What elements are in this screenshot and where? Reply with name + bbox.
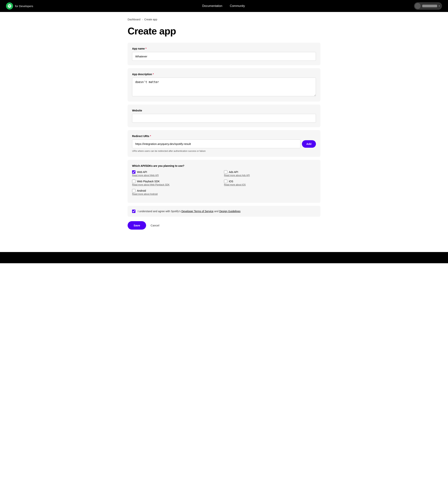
- android-link[interactable]: Read more about Android: [132, 193, 224, 195]
- required-star-desc: *: [153, 73, 154, 76]
- chevron-down-icon: ▾: [439, 5, 440, 7]
- spotify-logo-icon: [6, 2, 13, 10]
- website-section: Website: [128, 105, 320, 127]
- checkbox-ads-api[interactable]: [224, 170, 227, 174]
- redirect-uris-row: Add: [132, 140, 316, 148]
- breadcrumb-current: Create app: [144, 18, 157, 21]
- api-item-ios: iOS Read more about iOS: [224, 180, 316, 186]
- api-grid: Web API Read more about Web API Web Play…: [132, 170, 316, 198]
- logo-link[interactable]: for Developers: [6, 2, 33, 10]
- main-content: Dashboard › Create app Create app App na…: [123, 12, 325, 252]
- api-sdk-section: Which API/SDKs are you planning to use? …: [128, 160, 320, 203]
- checkbox-android[interactable]: [132, 189, 136, 192]
- api-question: Which API/SDKs are you planning to use?: [132, 164, 316, 167]
- logo-text: for Developers: [15, 5, 33, 8]
- redirect-uri-input[interactable]: [132, 140, 300, 148]
- api-item-web-api: Web API Read more about Web API: [132, 170, 224, 177]
- ads-api-link[interactable]: Read more about Ads API: [224, 174, 316, 177]
- breadcrumb: Dashboard › Create app: [128, 18, 320, 21]
- checkbox-ios[interactable]: [224, 180, 227, 183]
- api-left-col: Web API Read more about Web API Web Play…: [132, 170, 224, 198]
- nav-community[interactable]: Community: [230, 4, 245, 8]
- redirect-uris-helper: URIs where users can be redirected after…: [132, 150, 316, 152]
- agreement-section: I understand and agree with Spotify's De…: [128, 206, 320, 217]
- nav-links: Documentation Community: [41, 4, 407, 8]
- website-label: Website: [132, 109, 316, 112]
- web-playback-label: Web Playback SDK: [137, 180, 160, 183]
- redirect-uris-section: Redirect URIs * Add URIs where users can…: [128, 130, 320, 157]
- breadcrumb-dashboard[interactable]: Dashboard: [128, 18, 141, 21]
- tos-link[interactable]: Developer Terms of Service: [182, 210, 214, 213]
- username-placeholder: [422, 5, 437, 7]
- api-item-web-playback: Web Playback SDK Read more about Web Pla…: [132, 180, 224, 186]
- web-playback-link[interactable]: Read more about Web Playback SDK: [132, 183, 224, 186]
- design-guidelines-link[interactable]: Design Guidelines: [219, 210, 241, 213]
- app-description-input[interactable]: doesn't matter: [132, 78, 316, 96]
- android-label: Android: [137, 189, 146, 192]
- checkbox-web-playback[interactable]: [132, 180, 136, 183]
- ios-label: iOS: [229, 180, 233, 183]
- cancel-button[interactable]: Cancel: [151, 224, 159, 227]
- form-actions: Save Cancel: [128, 221, 320, 230]
- nav-documentation[interactable]: Documentation: [202, 4, 222, 8]
- checkbox-web-api[interactable]: [132, 170, 136, 174]
- app-description-label: App description *: [132, 73, 316, 76]
- required-star: *: [146, 47, 146, 50]
- web-api-link[interactable]: Read more about Web API: [132, 174, 224, 177]
- page-title: Create app: [128, 26, 320, 37]
- app-name-section: App name *: [128, 43, 320, 65]
- api-item-ads: Ads API Read more about Ads API: [224, 170, 316, 177]
- avatar: [415, 3, 421, 9]
- ads-api-label: Ads API: [229, 171, 238, 173]
- app-name-input[interactable]: [132, 52, 316, 61]
- agreement-checkbox[interactable]: [132, 210, 136, 213]
- add-redirect-uri-button[interactable]: Add: [302, 140, 316, 148]
- save-button[interactable]: Save: [128, 221, 146, 230]
- api-item-android: Android Read more about Android: [132, 189, 224, 195]
- ios-link[interactable]: Read more about iOS: [224, 183, 316, 186]
- api-right-col: Ads API Read more about Ads API iOS Read…: [224, 170, 316, 198]
- required-star-uris: *: [150, 135, 151, 138]
- app-description-section: App description * doesn't matter: [128, 68, 320, 101]
- app-name-label: App name *: [132, 47, 316, 50]
- website-input[interactable]: [132, 114, 316, 123]
- user-menu[interactable]: ▾: [414, 2, 442, 10]
- agreement-text: I understand and agree with Spotify's De…: [138, 210, 240, 213]
- web-api-label: Web API: [137, 171, 147, 173]
- breadcrumb-separator: ›: [142, 18, 143, 21]
- redirect-uris-label: Redirect URIs *: [132, 135, 316, 138]
- footer: [0, 252, 448, 263]
- navigation: for Developers Documentation Community ▾: [0, 0, 448, 12]
